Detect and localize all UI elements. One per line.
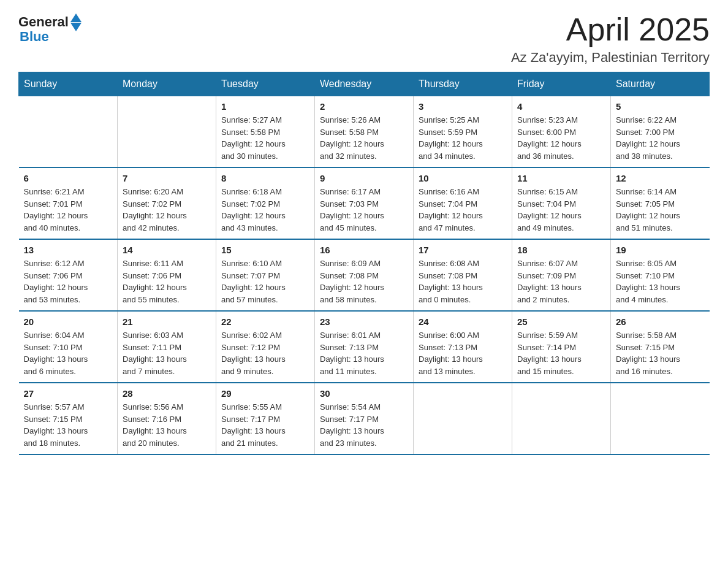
day-info: Sunrise: 6:18 AM Sunset: 7:02 PM Dayligh… — [221, 186, 309, 234]
day-info: Sunrise: 6:00 AM Sunset: 7:13 PM Dayligh… — [419, 329, 507, 377]
calendar-day-cell: 18Sunrise: 6:07 AM Sunset: 7:09 PM Dayli… — [512, 239, 611, 311]
day-number: 4 — [517, 101, 605, 112]
calendar-day-cell: 8Sunrise: 6:18 AM Sunset: 7:02 PM Daylig… — [216, 167, 315, 239]
location-title: Az Za'ayyim, Palestinian Territory — [511, 50, 710, 66]
day-number: 20 — [24, 316, 113, 327]
day-of-week-header: Wednesday — [315, 72, 414, 96]
day-info: Sunrise: 5:56 AM Sunset: 7:16 PM Dayligh… — [123, 401, 211, 449]
day-number: 5 — [616, 101, 705, 112]
calendar-day-cell: 5Sunrise: 6:22 AM Sunset: 7:00 PM Daylig… — [611, 96, 710, 168]
calendar-day-cell: 27Sunrise: 5:57 AM Sunset: 7:15 PM Dayli… — [19, 383, 118, 454]
day-number: 29 — [221, 388, 309, 399]
calendar-week-row: 27Sunrise: 5:57 AM Sunset: 7:15 PM Dayli… — [19, 383, 710, 454]
day-number: 10 — [419, 173, 507, 183]
day-number: 6 — [24, 173, 113, 183]
calendar-day-cell: 25Sunrise: 5:59 AM Sunset: 7:14 PM Dayli… — [512, 311, 611, 383]
day-number: 13 — [24, 245, 113, 255]
day-number: 3 — [419, 101, 507, 112]
calendar-day-cell: 12Sunrise: 6:14 AM Sunset: 7:05 PM Dayli… — [611, 167, 710, 239]
calendar-day-cell: 15Sunrise: 6:10 AM Sunset: 7:07 PM Dayli… — [216, 239, 315, 311]
calendar-body: 1Sunrise: 5:27 AM Sunset: 5:58 PM Daylig… — [19, 96, 710, 455]
day-of-week-header: Friday — [512, 72, 611, 96]
day-number: 7 — [123, 173, 211, 183]
day-of-week-header: Monday — [118, 72, 216, 96]
day-of-week-header: Thursday — [414, 72, 512, 96]
day-number: 15 — [221, 245, 309, 255]
day-number: 16 — [320, 245, 408, 255]
day-number: 22 — [221, 316, 309, 327]
calendar-day-cell: 21Sunrise: 6:03 AM Sunset: 7:11 PM Dayli… — [118, 311, 216, 383]
day-number: 27 — [24, 388, 113, 399]
day-number: 8 — [221, 173, 309, 183]
calendar-day-cell: 22Sunrise: 6:02 AM Sunset: 7:12 PM Dayli… — [216, 311, 315, 383]
day-number: 12 — [616, 173, 705, 183]
calendar-day-cell: 7Sunrise: 6:20 AM Sunset: 7:02 PM Daylig… — [118, 167, 216, 239]
day-info: Sunrise: 5:27 AM Sunset: 5:58 PM Dayligh… — [221, 114, 309, 162]
day-info: Sunrise: 6:21 AM Sunset: 7:01 PM Dayligh… — [24, 186, 113, 234]
day-info: Sunrise: 6:03 AM Sunset: 7:11 PM Dayligh… — [123, 329, 211, 377]
calendar-week-row: 6Sunrise: 6:21 AM Sunset: 7:01 PM Daylig… — [19, 167, 710, 239]
day-number: 18 — [517, 245, 605, 255]
day-number: 23 — [320, 316, 408, 327]
calendar-day-cell: 19Sunrise: 6:05 AM Sunset: 7:10 PM Dayli… — [611, 239, 710, 311]
day-info: Sunrise: 6:01 AM Sunset: 7:13 PM Dayligh… — [320, 329, 408, 377]
calendar-day-cell — [512, 383, 611, 454]
calendar-week-row: 20Sunrise: 6:04 AM Sunset: 7:10 PM Dayli… — [19, 311, 710, 383]
calendar-day-cell: 4Sunrise: 5:23 AM Sunset: 6:00 PM Daylig… — [512, 96, 611, 168]
calendar-day-cell — [414, 383, 512, 454]
day-info: Sunrise: 5:58 AM Sunset: 7:15 PM Dayligh… — [616, 329, 705, 377]
calendar-day-cell: 11Sunrise: 6:15 AM Sunset: 7:04 PM Dayli… — [512, 167, 611, 239]
calendar-day-cell: 28Sunrise: 5:56 AM Sunset: 7:16 PM Dayli… — [118, 383, 216, 454]
day-number: 24 — [419, 316, 507, 327]
title-block: April 2025 Az Za'ayyim, Palestinian Terr… — [511, 12, 710, 66]
calendar-day-cell: 1Sunrise: 5:27 AM Sunset: 5:58 PM Daylig… — [216, 96, 315, 168]
calendar-day-cell: 30Sunrise: 5:54 AM Sunset: 7:17 PM Dayli… — [315, 383, 414, 454]
day-info: Sunrise: 6:11 AM Sunset: 7:06 PM Dayligh… — [123, 258, 211, 305]
day-info: Sunrise: 6:05 AM Sunset: 7:10 PM Dayligh… — [616, 258, 705, 305]
day-info: Sunrise: 6:22 AM Sunset: 7:00 PM Dayligh… — [616, 114, 705, 162]
day-info: Sunrise: 6:07 AM Sunset: 7:09 PM Dayligh… — [517, 258, 605, 305]
day-info: Sunrise: 5:57 AM Sunset: 7:15 PM Dayligh… — [24, 401, 113, 449]
day-of-week-header: Saturday — [611, 72, 710, 96]
calendar-day-cell: 9Sunrise: 6:17 AM Sunset: 7:03 PM Daylig… — [315, 167, 414, 239]
calendar-day-cell: 2Sunrise: 5:26 AM Sunset: 5:58 PM Daylig… — [315, 96, 414, 168]
days-of-week-row: SundayMondayTuesdayWednesdayThursdayFrid… — [19, 72, 710, 96]
calendar-day-cell: 14Sunrise: 6:11 AM Sunset: 7:06 PM Dayli… — [118, 239, 216, 311]
day-info: Sunrise: 5:25 AM Sunset: 5:59 PM Dayligh… — [419, 114, 507, 162]
day-info: Sunrise: 6:12 AM Sunset: 7:06 PM Dayligh… — [24, 258, 113, 305]
calendar-table: SundayMondayTuesdayWednesdayThursdayFrid… — [18, 72, 710, 455]
day-info: Sunrise: 5:59 AM Sunset: 7:14 PM Dayligh… — [517, 329, 605, 377]
day-of-week-header: Sunday — [19, 72, 118, 96]
day-number: 11 — [517, 173, 605, 183]
page-header: General Blue April 2025 Az Za'ayyim, Pal… — [18, 12, 710, 66]
calendar-day-cell: 23Sunrise: 6:01 AM Sunset: 7:13 PM Dayli… — [315, 311, 414, 383]
day-number: 26 — [616, 316, 705, 327]
day-number: 14 — [123, 245, 211, 255]
day-info: Sunrise: 5:54 AM Sunset: 7:17 PM Dayligh… — [320, 401, 408, 449]
calendar-week-row: 13Sunrise: 6:12 AM Sunset: 7:06 PM Dayli… — [19, 239, 710, 311]
day-number: 25 — [517, 316, 605, 327]
day-number: 19 — [616, 245, 705, 255]
day-number: 21 — [123, 316, 211, 327]
day-number: 2 — [320, 101, 408, 112]
calendar-header: SundayMondayTuesdayWednesdayThursdayFrid… — [19, 72, 710, 96]
day-info: Sunrise: 5:23 AM Sunset: 6:00 PM Dayligh… — [517, 114, 605, 162]
calendar-day-cell — [118, 96, 216, 168]
calendar-day-cell: 24Sunrise: 6:00 AM Sunset: 7:13 PM Dayli… — [414, 311, 512, 383]
calendar-day-cell: 13Sunrise: 6:12 AM Sunset: 7:06 PM Dayli… — [19, 239, 118, 311]
day-info: Sunrise: 6:14 AM Sunset: 7:05 PM Dayligh… — [616, 186, 705, 234]
day-number: 1 — [221, 101, 309, 112]
day-info: Sunrise: 6:10 AM Sunset: 7:07 PM Dayligh… — [221, 258, 309, 305]
calendar-day-cell: 17Sunrise: 6:08 AM Sunset: 7:08 PM Dayli… — [414, 239, 512, 311]
day-info: Sunrise: 6:04 AM Sunset: 7:10 PM Dayligh… — [24, 329, 113, 377]
calendar-day-cell: 3Sunrise: 5:25 AM Sunset: 5:59 PM Daylig… — [414, 96, 512, 168]
logo-general-text: General — [18, 14, 69, 30]
day-info: Sunrise: 6:09 AM Sunset: 7:08 PM Dayligh… — [320, 258, 408, 305]
day-info: Sunrise: 6:08 AM Sunset: 7:08 PM Dayligh… — [419, 258, 507, 305]
day-of-week-header: Tuesday — [216, 72, 315, 96]
calendar-day-cell: 26Sunrise: 5:58 AM Sunset: 7:15 PM Dayli… — [611, 311, 710, 383]
calendar-day-cell: 20Sunrise: 6:04 AM Sunset: 7:10 PM Dayli… — [19, 311, 118, 383]
day-info: Sunrise: 6:02 AM Sunset: 7:12 PM Dayligh… — [221, 329, 309, 377]
logo-blue-text: Blue — [20, 29, 49, 45]
day-info: Sunrise: 6:16 AM Sunset: 7:04 PM Dayligh… — [419, 186, 507, 234]
